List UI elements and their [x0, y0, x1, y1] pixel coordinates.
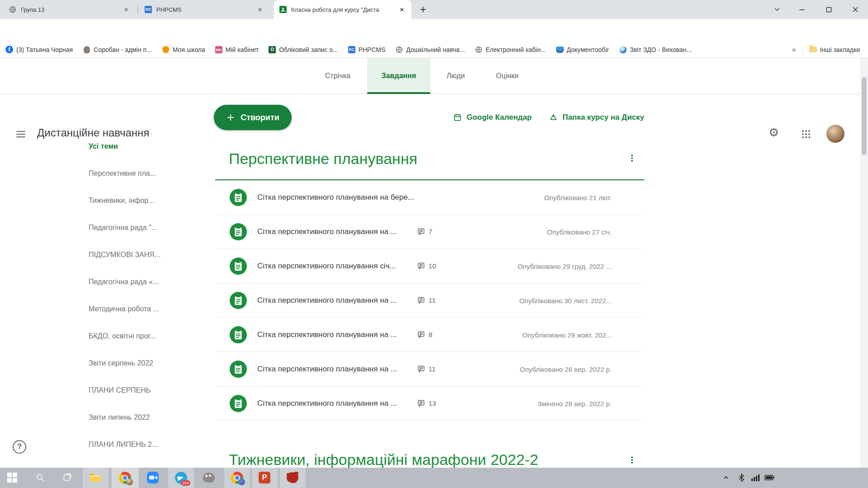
- paint-splatter-icon: [287, 472, 298, 483]
- battery-icon: [764, 475, 774, 480]
- assignment-row[interactable]: Сітка перспективного планування на ... 1…: [215, 386, 644, 421]
- section-title: Тижневики, інформаційні марафони 2022-2: [229, 451, 538, 469]
- sidebar-topic[interactable]: Тижневики, інфор...: [89, 197, 154, 207]
- file-explorer-button[interactable]: [89, 471, 102, 484]
- classroom-favicon: [279, 6, 287, 13]
- tab-stream[interactable]: Стрічка: [311, 58, 364, 94]
- sidebar-topic[interactable]: ПІДСУМКОВІ ЗАНЯ...: [89, 251, 160, 262]
- network-tray-button[interactable]: [750, 473, 760, 482]
- bookmark-facebook[interactable]: f(3) Татьяна Чорная: [5, 46, 73, 53]
- window-minimize-button[interactable]: [792, 0, 812, 19]
- main-menu-button[interactable]: [16, 129, 25, 138]
- bookmark-zdo-report[interactable]: Звіт ЗДО - Вихован...: [619, 46, 692, 53]
- bookmark-soroban[interactable]: Соробан - адмін п...: [83, 46, 152, 53]
- bookmark-account[interactable]: OОбліковий запис о...: [269, 46, 338, 53]
- sidebar-topic[interactable]: ПЛАНИ СЕРПЕНЬ: [89, 386, 151, 397]
- globe-icon: [475, 46, 482, 53]
- create-button[interactable]: Створити: [214, 105, 292, 130]
- gimp-button[interactable]: [203, 471, 215, 484]
- paint-app-button[interactable]: [286, 471, 299, 484]
- browser-tab-2[interactable]: PC PHPCMS ✕: [139, 0, 269, 19]
- battery-tray-button[interactable]: [764, 473, 775, 482]
- bookmark-phpcms[interactable]: PCPHPCMS: [348, 46, 386, 53]
- assignment-icon: [230, 189, 247, 206]
- browser-tab-active[interactable]: Класна робота для курсу "Диста ✕: [274, 0, 411, 19]
- tab-close-icon[interactable]: ✕: [256, 5, 264, 14]
- google-apps-grid-icon[interactable]: [802, 130, 804, 132]
- task-view-button[interactable]: [61, 471, 73, 484]
- other-bookmarks-folder[interactable]: Інші закладки: [809, 46, 860, 53]
- chrome-profile1-button[interactable]: [118, 471, 131, 484]
- account-avatar[interactable]: [826, 125, 844, 143]
- assignment-row[interactable]: Сітка перспективного планування січ... 1…: [215, 249, 644, 283]
- bookmark-preschool[interactable]: Дошкільний навча...: [396, 46, 465, 53]
- sidebar-topic[interactable]: Педагогічна рада «...: [89, 278, 159, 289]
- tab-close-icon[interactable]: ✕: [122, 5, 130, 14]
- window-maximize-button[interactable]: [818, 0, 839, 19]
- sidebar-topic[interactable]: Звіти липень 2022: [89, 413, 150, 424]
- close-icon: [852, 6, 859, 13]
- sidebar-topic[interactable]: Педагогічна рада "...: [89, 224, 157, 235]
- drive-folder-link[interactable]: Папка курсу на Диску: [549, 113, 644, 122]
- bookmark-school[interactable]: Моя школа: [162, 46, 205, 53]
- google-calendar-link[interactable]: Google Календар: [453, 113, 532, 122]
- drive-icon: [549, 113, 558, 122]
- help-button[interactable]: ?: [13, 440, 26, 454]
- task-view-icon: [62, 473, 72, 483]
- sidebar-topic[interactable]: Перспективне пла...: [89, 169, 156, 180]
- telegram-button[interactable]: 204: [175, 471, 187, 484]
- browser-tab-1[interactable]: Група 13 ✕: [4, 0, 136, 19]
- page-scrollbar[interactable]: [860, 58, 868, 468]
- new-tab-button[interactable]: [417, 3, 429, 16]
- comments-icon: [417, 262, 425, 270]
- browser-toolbar: classroom.google.com/w/NDMzNzUzMjgyMDRa/…: [0, 19, 868, 42]
- powerpoint-icon: P: [259, 472, 270, 483]
- file-explorer-icon: [89, 472, 102, 483]
- assignment-row[interactable]: Сітка перспективного планування на ... 8…: [215, 318, 644, 352]
- assignment-icon: [230, 292, 247, 309]
- bookmark-ecabinet[interactable]: Електронний кабін...: [475, 46, 546, 53]
- bookmark-docflow[interactable]: Документообіг: [556, 46, 609, 53]
- bookmarks-overflow-chevron[interactable]: »: [792, 46, 796, 54]
- sidebar-topic[interactable]: ПЛАНИ ЛИПЕНЬ 2...: [89, 441, 158, 451]
- zoom-app-button[interactable]: [146, 471, 159, 484]
- comments-icon: [417, 227, 425, 236]
- assignment-row[interactable]: Сітка перспективного планування на ... 1…: [215, 283, 644, 318]
- start-button[interactable]: [6, 471, 19, 484]
- assignment-row[interactable]: Сітка перспективного планування на бере.…: [215, 180, 644, 215]
- tab-title: PHPCMS: [156, 6, 251, 13]
- tray-expand-button[interactable]: [722, 473, 731, 482]
- tab-grades[interactable]: Оцінки: [481, 58, 533, 94]
- windows-logo-icon: [7, 473, 17, 483]
- bookmark-cabinet[interactable]: tayМій кабінет: [215, 46, 259, 53]
- window-close-button[interactable]: [845, 0, 866, 19]
- bookmarks-divider: [802, 45, 803, 54]
- phpcms-icon: PC: [348, 46, 355, 53]
- assignment-row[interactable]: Сітка перспективного планування на ... 1…: [215, 352, 644, 386]
- classroom-header: Дистанційне навчання Стрічка Завдання Лю…: [0, 58, 868, 94]
- sidebar-item-all-topics[interactable]: Усі теми: [89, 142, 118, 153]
- tab-people[interactable]: Люди: [432, 58, 479, 94]
- assignment-row[interactable]: Сітка перспективного планування на ... 7…: [215, 215, 644, 249]
- sidebar-topic[interactable]: Звіти серпень 2022: [89, 359, 153, 370]
- tab-close-icon[interactable]: ✕: [398, 5, 406, 14]
- taskbar-search-button[interactable]: [34, 471, 47, 484]
- tab-search-button[interactable]: [767, 0, 788, 19]
- section-menu-icon[interactable]: [627, 153, 637, 164]
- scrollbar-thumb[interactable]: [862, 77, 867, 155]
- plus-icon: [420, 6, 427, 13]
- bluetooth-tray-button[interactable]: [736, 472, 746, 483]
- chrome-profile2-button[interactable]: [231, 471, 243, 484]
- powerpoint-button[interactable]: P: [258, 471, 271, 484]
- comments-icon: [417, 365, 425, 373]
- section-menu-icon[interactable]: [627, 455, 637, 465]
- sidebar-topic[interactable]: Методична робота ...: [89, 305, 159, 316]
- profile-badge-icon: [238, 479, 245, 485]
- folder-icon: [809, 46, 817, 53]
- settings-gear-icon[interactable]: ⚙: [769, 127, 779, 138]
- sidebar-topic[interactable]: БКДО, освітні прог...: [89, 332, 156, 343]
- tab-classwork[interactable]: Завдання: [367, 58, 430, 94]
- plus-icon: [226, 113, 235, 122]
- globe-icon: [396, 46, 403, 53]
- desktop-screen: Група 13 ✕ PC PHPCMS ✕ Класна робота для…: [0, 0, 868, 488]
